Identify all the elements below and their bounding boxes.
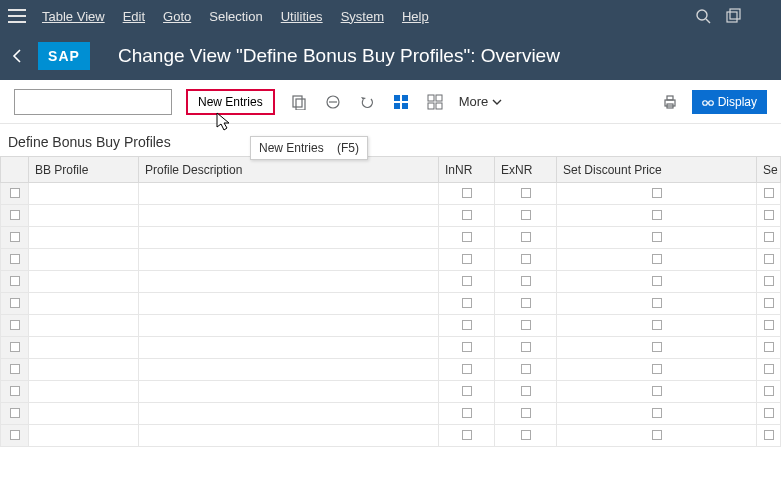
- cell-profile-desc[interactable]: [139, 183, 439, 205]
- cell-exnr[interactable]: [495, 227, 557, 249]
- menu-table-view[interactable]: Table View: [42, 9, 105, 24]
- cell-set2[interactable]: [757, 315, 781, 337]
- cell-innr[interactable]: [439, 359, 495, 381]
- cell-set2[interactable]: [757, 293, 781, 315]
- menu-utilities[interactable]: Utilities: [281, 9, 323, 24]
- more-button[interactable]: More: [459, 94, 503, 109]
- cell-exnr[interactable]: [495, 359, 557, 381]
- cell-exnr[interactable]: [495, 337, 557, 359]
- cell-set2[interactable]: [757, 271, 781, 293]
- cell-exnr[interactable]: [495, 183, 557, 205]
- cell-innr[interactable]: [439, 293, 495, 315]
- cell-bb-profile[interactable]: [29, 425, 139, 447]
- cell-set2[interactable]: [757, 381, 781, 403]
- table-row[interactable]: [1, 293, 781, 315]
- cell-bb-profile[interactable]: [29, 249, 139, 271]
- cell-innr[interactable]: [439, 381, 495, 403]
- col-set-discount[interactable]: Set Discount Price: [557, 157, 757, 183]
- cell-bb-profile[interactable]: [29, 315, 139, 337]
- cell-profile-desc[interactable]: [139, 293, 439, 315]
- cell-set2[interactable]: [757, 183, 781, 205]
- cell-profile-desc[interactable]: [139, 359, 439, 381]
- cell-exnr[interactable]: [495, 249, 557, 271]
- row-selector[interactable]: [1, 381, 29, 403]
- cell-innr[interactable]: [439, 403, 495, 425]
- table-row[interactable]: [1, 381, 781, 403]
- cell-set-discount[interactable]: [557, 293, 757, 315]
- col-set2[interactable]: Se: [757, 157, 781, 183]
- cell-profile-desc[interactable]: [139, 227, 439, 249]
- table-row[interactable]: [1, 249, 781, 271]
- cell-profile-desc[interactable]: [139, 403, 439, 425]
- deselect-all-icon[interactable]: [425, 92, 445, 112]
- cell-set-discount[interactable]: [557, 425, 757, 447]
- undo-icon[interactable]: [357, 92, 377, 112]
- table-row[interactable]: [1, 227, 781, 249]
- cell-set-discount[interactable]: [557, 249, 757, 271]
- cell-bb-profile[interactable]: [29, 183, 139, 205]
- copy-icon[interactable]: [289, 92, 309, 112]
- table-row[interactable]: [1, 337, 781, 359]
- table-row[interactable]: [1, 359, 781, 381]
- cell-innr[interactable]: [439, 337, 495, 359]
- row-selector[interactable]: [1, 293, 29, 315]
- cell-innr[interactable]: [439, 315, 495, 337]
- cell-set2[interactable]: [757, 337, 781, 359]
- cell-set-discount[interactable]: [557, 183, 757, 205]
- cell-profile-desc[interactable]: [139, 381, 439, 403]
- cell-exnr[interactable]: [495, 315, 557, 337]
- cell-set2[interactable]: [757, 425, 781, 447]
- cell-exnr[interactable]: [495, 381, 557, 403]
- row-selector[interactable]: [1, 227, 29, 249]
- cell-set-discount[interactable]: [557, 359, 757, 381]
- menu-system[interactable]: System: [341, 9, 384, 24]
- table-row[interactable]: [1, 183, 781, 205]
- cell-exnr[interactable]: [495, 271, 557, 293]
- row-selector[interactable]: [1, 315, 29, 337]
- menu-goto[interactable]: Goto: [163, 9, 191, 24]
- cell-profile-desc[interactable]: [139, 315, 439, 337]
- cell-exnr[interactable]: [495, 425, 557, 447]
- col-bb-profile[interactable]: BB Profile: [29, 157, 139, 183]
- row-selector[interactable]: [1, 183, 29, 205]
- table-row[interactable]: [1, 205, 781, 227]
- cell-set-discount[interactable]: [557, 205, 757, 227]
- table-row[interactable]: [1, 271, 781, 293]
- cell-bb-profile[interactable]: [29, 359, 139, 381]
- menu-icon[interactable]: [8, 9, 26, 23]
- cell-set2[interactable]: [757, 403, 781, 425]
- table-row[interactable]: [1, 425, 781, 447]
- row-selector[interactable]: [1, 249, 29, 271]
- cell-set-discount[interactable]: [557, 381, 757, 403]
- row-selector[interactable]: [1, 403, 29, 425]
- row-selector[interactable]: [1, 271, 29, 293]
- cell-innr[interactable]: [439, 425, 495, 447]
- col-exnr[interactable]: ExNR: [495, 157, 557, 183]
- col-profile-desc[interactable]: Profile Description: [139, 157, 439, 183]
- cell-profile-desc[interactable]: [139, 425, 439, 447]
- table-row[interactable]: [1, 403, 781, 425]
- delete-icon[interactable]: [323, 92, 343, 112]
- select-all-icon[interactable]: [391, 92, 411, 112]
- search-input[interactable]: [14, 89, 172, 115]
- cell-innr[interactable]: [439, 227, 495, 249]
- cell-innr[interactable]: [439, 183, 495, 205]
- search-icon[interactable]: [695, 8, 711, 24]
- col-innr[interactable]: InNR: [439, 157, 495, 183]
- cell-profile-desc[interactable]: [139, 249, 439, 271]
- cell-profile-desc[interactable]: [139, 205, 439, 227]
- new-window-icon[interactable]: [725, 8, 741, 24]
- back-icon[interactable]: [8, 46, 28, 66]
- cell-set2[interactable]: [757, 205, 781, 227]
- cell-profile-desc[interactable]: [139, 337, 439, 359]
- cell-bb-profile[interactable]: [29, 337, 139, 359]
- cell-innr[interactable]: [439, 271, 495, 293]
- row-selector[interactable]: [1, 337, 29, 359]
- cell-set2[interactable]: [757, 359, 781, 381]
- row-selector[interactable]: [1, 205, 29, 227]
- row-selector[interactable]: [1, 425, 29, 447]
- cell-profile-desc[interactable]: [139, 271, 439, 293]
- cell-bb-profile[interactable]: [29, 271, 139, 293]
- cell-exnr[interactable]: [495, 205, 557, 227]
- cell-bb-profile[interactable]: [29, 227, 139, 249]
